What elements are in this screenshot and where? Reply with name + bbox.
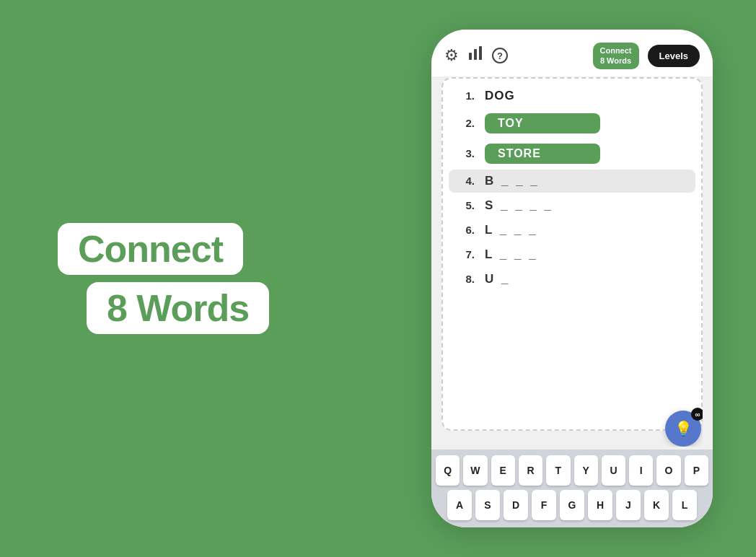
word-row: 2.TOY [449, 109, 695, 138]
settings-icon[interactable]: ⚙ [444, 46, 459, 65]
key-a[interactable]: A [447, 490, 472, 520]
key-r[interactable]: R [519, 455, 542, 486]
key-s[interactable]: S [475, 490, 500, 520]
word-number: 7. [454, 248, 475, 260]
header-title-badge: Connect 8 Words [593, 43, 639, 69]
hint-button[interactable]: 💡 ∞ [665, 411, 701, 447]
key-d[interactable]: D [504, 490, 528, 520]
key-u[interactable]: U [602, 455, 625, 486]
word-value: TOY [485, 113, 600, 133]
svg-rect-2 [479, 46, 482, 60]
word-value: DOG [485, 89, 515, 103]
word-list-section: 1.DOG2.TOY3.STORE4.B _ _ _5.S _ _ _ _6.L… [441, 77, 703, 447]
word-row: 3.STORE [449, 139, 695, 168]
left-brand-area: Connect 8 Words [58, 223, 269, 334]
help-icon[interactable]: ? [492, 48, 508, 63]
key-t[interactable]: T [546, 455, 570, 486]
word-number: 6. [454, 224, 475, 236]
key-e[interactable]: E [491, 455, 515, 486]
keyboard-row-2: ASDFGHJKL [436, 490, 708, 520]
word-number: 1. [454, 89, 475, 102]
hint-badge: ∞ [691, 408, 703, 421]
word-value: B _ _ _ [485, 174, 540, 188]
word-row: 4.B _ _ _ [449, 170, 695, 193]
word-row: 7.L _ _ _ [449, 243, 695, 266]
word-row: 6.L _ _ _ [449, 219, 695, 242]
brand-line2: 8 Words [87, 282, 269, 334]
keyboard: QWERTYUIOP ASDFGHJKL [431, 449, 713, 527]
word-value: L _ _ _ [485, 223, 538, 237]
brand-line1: Connect [58, 223, 243, 275]
word-number: 4. [454, 175, 475, 187]
bulb-icon: 💡 [674, 420, 693, 437]
word-value: STORE [485, 144, 600, 164]
key-j[interactable]: J [616, 490, 641, 520]
word-row: 5.S _ _ _ _ [449, 194, 695, 217]
key-y[interactable]: Y [574, 455, 598, 486]
key-w[interactable]: W [463, 455, 487, 486]
key-q[interactable]: Q [436, 455, 460, 486]
word-value: S _ _ _ _ [485, 198, 553, 213]
key-h[interactable]: H [588, 490, 612, 520]
word-number: 3. [454, 147, 475, 159]
key-k[interactable]: K [644, 490, 669, 520]
key-f[interactable]: F [532, 490, 556, 520]
key-i[interactable]: I [629, 455, 653, 486]
key-l[interactable]: L [672, 490, 697, 520]
word-value: L _ _ _ [485, 247, 538, 262]
keyboard-row-1: QWERTYUIOP [436, 455, 708, 486]
phone-header: ⚙ ? Connect 8 Words Levels [431, 30, 713, 77]
word-row: 1.DOG [449, 84, 695, 108]
hint-button-wrapper: 💡 ∞ [441, 411, 701, 447]
word-number: 5. [454, 199, 475, 211]
svg-rect-1 [474, 49, 477, 60]
word-number: 2. [454, 117, 475, 129]
word-value: U _ [485, 272, 510, 286]
levels-button[interactable]: Levels [648, 45, 700, 67]
svg-rect-0 [469, 53, 472, 60]
stats-icon[interactable] [467, 45, 483, 66]
key-p[interactable]: P [685, 455, 708, 486]
key-o[interactable]: O [656, 455, 680, 486]
word-list-container: 1.DOG2.TOY3.STORE4.B _ _ _5.S _ _ _ _6.L… [441, 77, 703, 431]
key-g[interactable]: G [560, 490, 584, 520]
word-row: 8.U _ [449, 268, 695, 291]
phone-mockup: ⚙ ? Connect 8 Words Levels 1.DOG2.TOY3.S… [431, 30, 713, 527]
word-number: 8. [454, 273, 475, 285]
